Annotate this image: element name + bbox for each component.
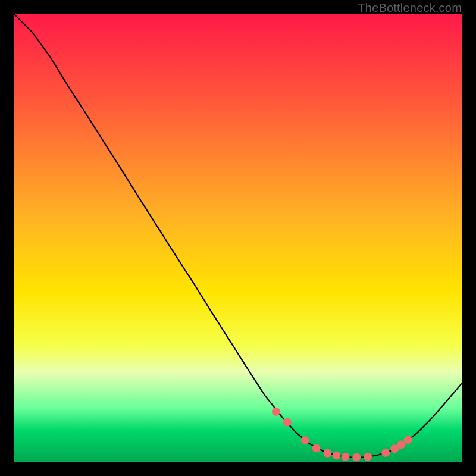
gradient-background: [14, 14, 462, 462]
chart-frame: TheBottleneck.com: [0, 0, 476, 476]
curve-marker: [283, 418, 292, 427]
curve-marker: [323, 449, 331, 458]
curve-marker: [364, 453, 372, 461]
plot-area: [14, 14, 462, 462]
curve-marker: [312, 444, 321, 452]
curve-marker: [272, 408, 280, 416]
curve-marker: [352, 453, 361, 461]
curve-marker: [397, 440, 405, 449]
curve-marker: [341, 453, 349, 461]
curve-marker: [404, 436, 412, 444]
curve-marker: [301, 436, 309, 444]
curve-marker: [381, 449, 390, 457]
curve-marker: [332, 451, 340, 459]
watermark-text: TheBottleneck.com: [358, 1, 462, 15]
chart-svg: [14, 14, 462, 462]
